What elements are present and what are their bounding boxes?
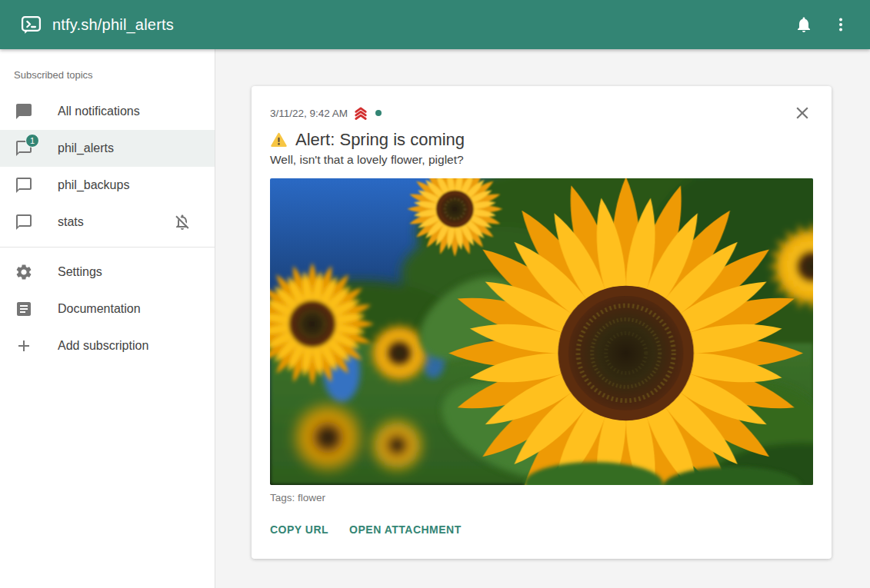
overflow-menu-button[interactable] — [825, 9, 856, 40]
gear-icon — [15, 263, 33, 281]
app-bar: ntfy.sh/phil_alerts — [0, 0, 870, 49]
notification-actions: COPY URL OPEN ATTACHMENT — [270, 519, 813, 540]
notification-title: Alert: Spring is coming — [295, 130, 465, 150]
ntfy-logo-icon — [21, 15, 42, 35]
open-attachment-button[interactable]: OPEN ATTACHMENT — [349, 519, 462, 540]
priority-max-icon — [352, 105, 369, 121]
bell-off-icon — [173, 213, 192, 231]
kebab-menu-icon — [832, 15, 850, 34]
attachment-image[interactable] — [270, 178, 813, 485]
sidebar-item-phil-alerts[interactable]: 1 phil_alerts — [0, 130, 215, 167]
notification-header: 3/11/22, 9:42 AM — [270, 103, 813, 123]
notification-tags: Tags: flower — [270, 492, 813, 503]
sidebar-item-documentation[interactable]: Documentation — [0, 291, 215, 327]
plus-icon — [15, 337, 33, 355]
chat-bubble-icon — [15, 213, 33, 231]
sidebar-item-label: Documentation — [58, 302, 141, 316]
sidebar-item-settings[interactable]: Settings — [0, 254, 215, 291]
chat-bubble-filled-icon — [15, 102, 33, 121]
chat-bubble-icon: 1 — [15, 139, 33, 158]
sidebar-item-all-notifications[interactable]: All notifications — [0, 93, 215, 130]
notification-body: Well, isn't that a lovely flower, piglet… — [270, 153, 813, 167]
notification-card: 3/11/22, 9:42 AM Alert: Spring is coming… — [252, 86, 832, 559]
sidebar-divider — [0, 247, 215, 247]
close-icon — [792, 103, 812, 123]
sidebar-item-add-subscription[interactable]: Add subscription — [0, 327, 215, 364]
page-title: ntfy.sh/phil_alerts — [52, 16, 174, 34]
article-icon — [15, 300, 33, 318]
sidebar: Subscribed topics All notifications 1 ph… — [0, 49, 215, 588]
unread-count-badge: 1 — [25, 134, 39, 148]
sidebar-item-phil-backups[interactable]: phil_backups — [0, 167, 215, 204]
warning-emoji-icon — [270, 131, 288, 149]
sidebar-item-label: phil_backups — [58, 178, 129, 192]
unread-dot-icon — [375, 110, 382, 116]
sidebar-item-label: All notifications — [58, 105, 140, 118]
sidebar-item-stats[interactable]: stats — [0, 204, 215, 241]
sidebar-item-label: Add subscription — [58, 339, 148, 353]
subscribed-topics-label: Subscribed topics — [0, 49, 215, 93]
notifications-settings-button[interactable] — [788, 9, 819, 40]
close-notification-button[interactable] — [792, 102, 813, 124]
main-content: 3/11/22, 9:42 AM Alert: Spring is coming… — [215, 49, 870, 588]
bell-icon — [795, 15, 813, 34]
notification-title-row: Alert: Spring is coming — [270, 130, 813, 150]
copy-url-button[interactable]: COPY URL — [270, 519, 328, 540]
chat-bubble-icon — [15, 176, 33, 194]
notification-timestamp: 3/11/22, 9:42 AM — [270, 108, 348, 119]
sidebar-item-label: phil_alerts — [58, 141, 114, 155]
sidebar-item-label: stats — [58, 215, 84, 229]
sunflower-photo — [270, 178, 813, 485]
sidebar-item-label: Settings — [58, 265, 102, 279]
